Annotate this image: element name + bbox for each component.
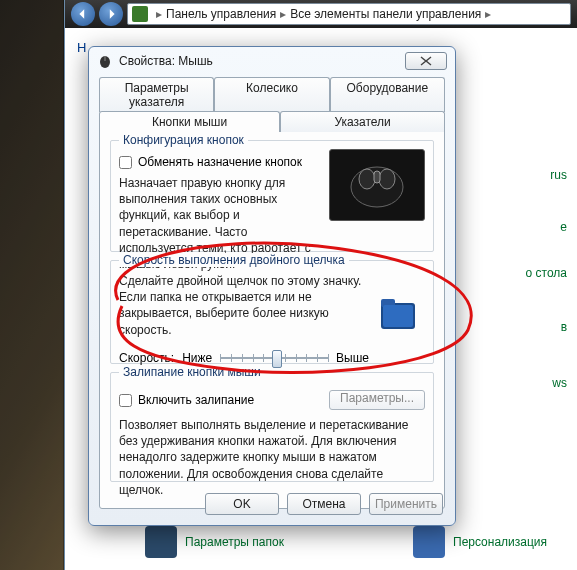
clicklock-input[interactable] [119, 394, 132, 407]
cp-item-label[interactable]: Персонализация [453, 535, 547, 549]
speed-label: Скорость: [119, 351, 174, 365]
cp-item-label[interactable]: в [561, 320, 567, 334]
dialog-button-row: OK Отмена Применить [89, 493, 455, 515]
breadcrumb-item[interactable]: Панель управления [166, 7, 276, 21]
tab-pointers[interactable]: Указатели [280, 111, 445, 132]
group-button-config: Конфигурация кнопок Обменять назначение … [110, 140, 434, 252]
close-icon [419, 56, 433, 66]
back-button[interactable] [71, 2, 95, 26]
cp-item-label[interactable]: Параметры папок [185, 535, 284, 549]
svg-rect-5 [374, 171, 380, 183]
tab-panel-buttons: Конфигурация кнопок Обменять назначение … [99, 131, 445, 509]
slider-thumb[interactable] [272, 350, 282, 368]
clicklock-checkbox[interactable]: Включить залипание [119, 393, 254, 407]
mouse-icon [97, 53, 113, 69]
mouse-preview-image [329, 149, 425, 221]
explorer-header: ▸ Панель управления ▸ Все элементы панел… [65, 0, 577, 28]
tab-pointer-options[interactable]: Параметры указателя [99, 77, 214, 112]
ok-button[interactable]: OK [205, 493, 279, 515]
swap-buttons-checkbox[interactable]: Обменять назначение кнопок [119, 155, 323, 169]
clicklock-label: Включить залипание [138, 393, 254, 407]
group-double-click-speed: Скорость выполнения двойного щелчка Сдел… [110, 260, 434, 364]
cancel-button[interactable]: Отмена [287, 493, 361, 515]
group-title: Залипание кнопки мыши [119, 365, 265, 379]
svg-rect-8 [383, 305, 413, 327]
cp-item-label[interactable]: е [560, 220, 567, 234]
mouse-properties-dialog: Свойства: Мышь Параметры указателя Колес… [88, 46, 456, 526]
cp-item-label[interactable]: ws [552, 376, 567, 390]
folder-options-icon [145, 526, 177, 558]
forward-button[interactable] [99, 2, 123, 26]
swap-buttons-label: Обменять назначение кнопок [138, 155, 302, 169]
svg-point-3 [359, 169, 375, 189]
breadcrumb[interactable]: ▸ Панель управления ▸ Все элементы панел… [127, 3, 571, 25]
personalization-icon [413, 526, 445, 558]
slider-low-label: Ниже [182, 351, 212, 365]
slider-high-label: Выше [336, 351, 369, 365]
control-panel-icon [132, 6, 148, 22]
cp-item-label[interactable]: о стола [526, 266, 567, 280]
swap-buttons-input[interactable] [119, 156, 132, 169]
double-click-desc: Сделайте двойной щелчок по этому значку.… [119, 273, 369, 338]
dialog-title: Свойства: Мышь [119, 54, 399, 68]
clicklock-settings-button: Параметры... [329, 390, 425, 410]
dialog-titlebar[interactable]: Свойства: Мышь [89, 47, 455, 75]
svg-point-4 [379, 169, 395, 189]
apply-button[interactable]: Применить [369, 493, 443, 515]
clicklock-desc: Позволяет выполнять выделение и перетаск… [119, 417, 425, 498]
close-button[interactable] [405, 52, 447, 70]
page-title-fragment: Н [77, 40, 86, 55]
breadcrumb-item[interactable]: Все элементы панели управления [290, 7, 481, 21]
taskbar-left [0, 0, 64, 570]
tab-wheel[interactable]: Колесико [214, 77, 329, 112]
group-clicklock: Залипание кнопки мыши Включить залипание… [110, 372, 434, 482]
group-title: Скорость выполнения двойного щелчка [119, 253, 349, 267]
cp-item-label[interactable]: rus [550, 168, 567, 182]
tab-hardware[interactable]: Оборудование [330, 77, 445, 112]
group-title: Конфигурация кнопок [119, 133, 248, 147]
double-click-test-folder[interactable] [377, 293, 421, 333]
tab-buttons[interactable]: Кнопки мыши [99, 111, 280, 132]
